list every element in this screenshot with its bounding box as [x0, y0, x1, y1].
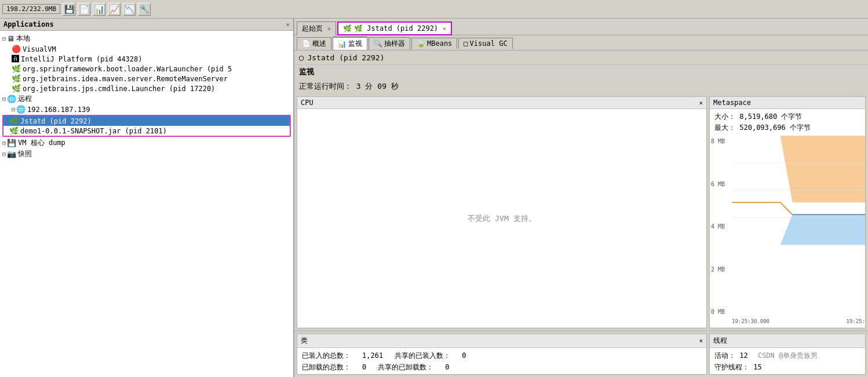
y-label-6mb: 6 MB [711, 181, 732, 187]
cpu-no-support-text: 不受此 JVM 支持。 [468, 213, 535, 224]
svg-line-3 [781, 202, 793, 215]
shared-unloaded-label: 共享的已卸载数： [378, 361, 433, 373]
shared-loaded-value: 0 [462, 350, 466, 361]
metaspace-size-value: 8,519,680 个字节 [739, 113, 802, 121]
classes-panel: 类 × 已装入的总数： 1,261 共享的已装入数： 0 已卸载的总数： 0 [297, 334, 707, 375]
toolbar-btn-3[interactable]: 📊 [93, 3, 105, 16]
metaspace-max-value: 520,093,696 个字节 [739, 124, 811, 132]
sub-tab-mbeans-label: MBeans [427, 39, 452, 48]
threads-active-row: 活动： 12 CSDN @单身贵族男 [714, 350, 860, 361]
metaspace-svg [732, 136, 865, 245]
tree-item-vmcore[interactable]: ⊟ 💾 VM 核心 dump [0, 137, 293, 148]
tree-item-remote[interactable]: ⊟ 🌐 远程 [0, 93, 293, 104]
panel-header: Applications × [0, 19, 293, 31]
active-value: 12 [739, 351, 747, 360]
tree-item-intellij[interactable]: 🅰 IntelliJ Platform (pid 44328) [0, 54, 293, 64]
tree-item-spring[interactable]: 🌿 org.springframework.boot.loader.WarLau… [0, 64, 293, 74]
sub-tab-overview[interactable]: 📄 概述 [297, 37, 331, 50]
x-label-1: 19:25:30.000 [732, 318, 769, 327]
top-toolbar: 198.2/232.0MB 💾 📄 📊 📈 📉 🔧 [0, 0, 868, 19]
tree-item-maven[interactable]: 🌿 org.jetbrains.idea.maven.server.Remote… [0, 74, 293, 84]
vmcore-icon: 💾 [7, 139, 16, 147]
tree-text-vmcore: VM 核心 dump [18, 138, 65, 148]
sub-tab-sampler-label: 抽样器 [384, 39, 405, 49]
tab-jstatd[interactable]: 🌿 🌿 Jstatd (pid 2292) × [337, 21, 452, 35]
runtime-label: 正常运行时间： [299, 82, 352, 90]
metaspace-max-label: 最大： [714, 124, 735, 132]
sub-tab-sampler[interactable]: 🔍 抽样器 [369, 37, 410, 50]
toolbar-btn-4[interactable]: 📈 [108, 3, 121, 16]
svg-marker-0 [732, 136, 865, 202]
sampler-icon: 🔍 [374, 39, 382, 48]
app-title-bar: ○ Jstatd (pid 2292) [294, 50, 868, 65]
y-label-4mb: 4 MB [711, 223, 732, 230]
remote-icon: 🌐 [7, 95, 16, 103]
app-title-text: Jstatd (pid 2292) [307, 53, 384, 62]
tree-item-jstatd[interactable]: 🌿 Jstatd (pid 2292) [3, 116, 290, 126]
monitor-label: 监视 [294, 65, 868, 79]
tab-jstatd-label: 🌿 Jstatd (pid 2292) [354, 24, 438, 32]
threads-title: 线程 [713, 336, 727, 346]
toolbar-btn-2[interactable]: 📄 [78, 3, 90, 16]
tree-text-jps: org.jetbrains.jps.cmdline.Launcher (pid … [23, 85, 215, 93]
classes-content: 已装入的总数： 1,261 共享的已装入数： 0 已卸载的总数： 0 共享的已卸… [297, 348, 706, 375]
classes-row-1: 已装入的总数： 1,261 共享的已装入数： 0 [302, 350, 702, 361]
tree-item-demo1[interactable]: 🌿 demo1-0.0.1-SNAPSHOT.jar (pid 2101) [3, 126, 290, 136]
metaspace-info: 大小： 8,519,680 个字节 最大： 520,093,696 个字节 [710, 109, 865, 136]
tree-item-ip[interactable]: ⊟ 🌐 192.168.187.139 [0, 104, 293, 114]
expand-vmcore: ⊟ [2, 140, 6, 146]
tree-text-demo1: demo1-0.0.1-SNAPSHOT.jar (pid 2101) [20, 127, 167, 135]
toolbar-btn-5[interactable]: 📉 [123, 3, 136, 16]
right-panel: 起始页 × 🌿 🌿 Jstatd (pid 2292) × 📄 概述 📊 监视 … [294, 19, 868, 377]
intellij-icon: 🅰 [12, 55, 19, 63]
ip-icon: 🌐 [16, 105, 25, 114]
metaspace-size-label: 大小： [714, 113, 735, 121]
loaded-label: 已装入的总数： [302, 350, 351, 361]
sub-tab-monitor-label: 监视 [348, 39, 362, 49]
expand-ip: ⊟ [12, 106, 15, 113]
active-label: 活动： [714, 351, 735, 360]
tab-jstatd-close[interactable]: × [443, 26, 446, 32]
shared-unloaded-value: 0 [445, 361, 449, 373]
metaspace-chart-canvas: 8 MB 6 MB 4 MB 2 MB 0 MB [710, 136, 865, 328]
mbeans-icon: 🍃 [417, 39, 425, 48]
runtime-value: 3 分 09 秒 [356, 82, 399, 90]
right-charts: Metaspace 大小： 8,519,680 个字节 最大： 520,093,… [709, 96, 866, 328]
cpu-chart-body: 不受此 JVM 支持。 [297, 109, 706, 328]
sub-tab-mbeans[interactable]: 🍃 MBeans [411, 38, 457, 49]
tree-text-remote: 远程 [18, 94, 32, 104]
visualvm-icon: 🔴 [12, 45, 21, 53]
cpu-title: CPU [301, 99, 313, 107]
cpu-chart-close[interactable]: × [699, 99, 703, 107]
threads-panel: 线程 活动： 12 CSDN @单身贵族男 守护线程： 15 [709, 334, 866, 375]
unloaded-label: 已卸载的总数： [302, 361, 351, 373]
threads-header: 线程 [710, 334, 865, 348]
metaspace-title: Metaspace [713, 99, 751, 107]
tree-item-visualvm[interactable]: 🔴 VisualVM [0, 44, 293, 54]
panel-close-btn[interactable]: × [286, 21, 290, 28]
expand-snapshot: ⊟ [2, 151, 6, 157]
tree-item-snapshot[interactable]: ⊟ 📷 快照 [0, 148, 293, 160]
tree-area: ⊟ 🖥 本地 🔴 VisualVM 🅰 IntelliJ Platform (p… [0, 31, 293, 377]
metaspace-panel: Metaspace 大小： 8,519,680 个字节 最大： 520,093,… [709, 96, 866, 328]
toolbar-btn-6[interactable]: 🔧 [138, 3, 151, 16]
spring-icon: 🌿 [12, 64, 21, 73]
y-label-0mb: 0 MB [711, 309, 732, 315]
tab-visual-gc[interactable]: □ Visual GC [458, 38, 512, 49]
tree-item-local[interactable]: ⊟ 🖥 本地 [0, 33, 293, 44]
shared-loaded-label: 共享的已装入数： [395, 350, 450, 361]
tree-item-jps[interactable]: 🌿 org.jetbrains.jps.cmdline.Launcher (pi… [0, 84, 293, 93]
unloaded-value: 0 [362, 361, 366, 373]
overview-icon: 📄 [302, 39, 311, 48]
maven-icon: 🌿 [12, 74, 21, 83]
sub-tab-monitor[interactable]: 📊 监视 [333, 37, 367, 50]
left-panel: Applications × ⊟ 🖥 本地 🔴 VisualVM 🅰 Intel… [0, 19, 294, 377]
threads-content: 活动： 12 CSDN @单身贵族男 守护线程： 15 [710, 348, 865, 375]
classes-close[interactable]: × [699, 337, 703, 345]
tab-start-close[interactable]: × [327, 26, 331, 32]
tab-start[interactable]: 起始页 × [297, 21, 336, 35]
runtime-info: 正常运行时间： 3 分 09 秒 [294, 79, 868, 94]
main-layout: Applications × ⊟ 🖥 本地 🔴 VisualVM 🅰 Intel… [0, 19, 868, 377]
toolbar-btn-1[interactable]: 💾 [63, 3, 75, 16]
jps-icon: 🌿 [12, 84, 21, 93]
